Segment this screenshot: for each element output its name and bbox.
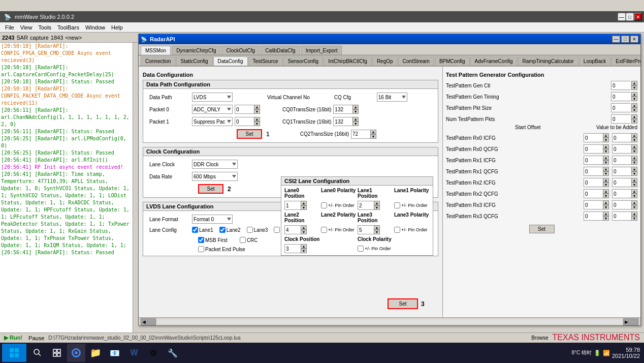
subtab-regop[interactable]: RegOp — [372, 56, 398, 66]
tp-rx-up2-4[interactable]: ▲ — [631, 178, 637, 183]
packet0-down-btn[interactable]: ▼ — [254, 109, 260, 114]
lane0-pos-up[interactable]: ▲ — [301, 201, 307, 205]
tp-down-1[interactable]: ▼ — [631, 97, 637, 101]
lane0-pos-spinner[interactable]: ▲ ▼ — [284, 201, 320, 210]
tp-rx-spinner2-3[interactable]: ▲ ▼ — [612, 167, 637, 176]
test-pattern-set-btn[interactable]: Set — [529, 225, 555, 233]
tp-rx-v1-0[interactable] — [584, 133, 603, 142]
clock-pos-spinner[interactable]: ▲ ▼ — [284, 244, 357, 253]
lane2-pos-up[interactable]: ▲ — [301, 225, 307, 230]
menu-file[interactable]: File — [2, 23, 17, 32]
taskbar-outlook-icon[interactable]: 📧 — [106, 344, 124, 362]
tp-down-0[interactable]: ▼ — [631, 85, 637, 90]
cq2-value[interactable] — [351, 130, 370, 139]
taskbar-taskview-icon[interactable] — [48, 344, 66, 362]
packet0-value[interactable] — [235, 105, 254, 114]
cq1-spinner[interactable]: ▲ ▼ — [333, 117, 359, 126]
tab-import[interactable]: Import_Export — [301, 46, 342, 55]
lane3-pos-down[interactable]: ▼ — [374, 230, 380, 234]
lane2-pol-checkbox[interactable] — [321, 227, 327, 233]
tp-rx-v2-7[interactable] — [612, 211, 631, 221]
tp-spinner-2[interactable]: ▲ ▼ — [611, 103, 637, 112]
lane2-checkbox-label[interactable]: Lane2 — [219, 227, 241, 233]
lane3-checkbox-label[interactable]: Lane3 — [247, 227, 268, 233]
radar-close-btn[interactable]: ✕ — [630, 36, 638, 43]
lane1-pos-spinner[interactable]: ▲ ▼ — [358, 201, 393, 210]
taskbar-search-icon[interactable] — [28, 344, 47, 362]
tp-spinner-3[interactable]: ▲ ▼ — [611, 114, 637, 124]
lane1-checkbox[interactable] — [192, 227, 198, 233]
menu-toolbars[interactable]: ToolBars — [54, 23, 82, 32]
subtab-bpmconfig[interactable]: BPMConfig — [435, 56, 470, 66]
tp-rx-v1-7[interactable] — [584, 211, 603, 221]
tab-dynamicchirp[interactable]: DynamicChirpCfg — [172, 46, 220, 55]
tp-rx-spinner1-4[interactable]: ▲ ▼ — [584, 178, 609, 187]
data-rate-select[interactable]: 600 Mbps 900 Mbps 1200 Mbps — [192, 172, 238, 181]
tp-rx-spinner1-6[interactable]: ▲ ▼ — [584, 200, 609, 209]
tp-rx-up1-6[interactable]: ▲ — [603, 200, 609, 205]
tp-up-2[interactable]: ▲ — [631, 103, 637, 108]
tp-rx-spinner1-2[interactable]: ▲ ▼ — [584, 156, 609, 165]
tp-up-3[interactable]: ▲ — [631, 114, 637, 119]
lane2-checkbox[interactable] — [219, 227, 226, 233]
tp-rx-v2-4[interactable] — [612, 178, 631, 187]
tp-up-1[interactable]: ▲ — [631, 92, 637, 97]
set1-button[interactable]: Set — [237, 129, 262, 139]
tp-rx-v2-6[interactable] — [612, 200, 631, 209]
clock-pol-label[interactable]: +/- Pin Order — [358, 246, 430, 252]
tp-rx-down1-5[interactable]: ▼ — [603, 194, 609, 198]
tp-rx-down1-2[interactable]: ▼ — [603, 160, 609, 165]
tp-rx-down2-2[interactable]: ▼ — [631, 160, 637, 165]
subtab-contstream[interactable]: ContStream — [398, 56, 434, 66]
scroll-left-btn[interactable]: ◄ — [141, 318, 156, 325]
tp-rx-down1-3[interactable]: ▼ — [603, 171, 609, 176]
tp-rx-spinner1-1[interactable]: ▲ ▼ — [584, 144, 609, 154]
tp-rx-down2-6[interactable]: ▼ — [631, 205, 637, 209]
tp-rx-up1-3[interactable]: ▲ — [603, 167, 609, 171]
clock-pol-checkbox[interactable] — [358, 246, 364, 252]
tp-rx-up2-5[interactable]: ▲ — [631, 189, 637, 194]
lane1-checkbox-label[interactable]: Lane1 — [192, 227, 213, 233]
tp-spinner-0[interactable]: ▲ ▼ — [611, 81, 637, 90]
tp-value-0[interactable] — [611, 81, 630, 90]
tp-rx-v1-6[interactable] — [584, 200, 603, 209]
subtab-intchirp[interactable]: IntChirpBlkCtlCfg — [324, 56, 372, 66]
cq-cfg-select[interactable]: 16 Bit 12 Bit — [377, 93, 407, 102]
lane1-pos-down[interactable]: ▼ — [374, 205, 380, 210]
taskbar-chrome-icon[interactable] — [67, 344, 85, 362]
cq0-up-btn[interactable]: ▲ — [352, 105, 359, 109]
cq2-spinner-btns[interactable]: ▲ ▼ — [370, 130, 376, 139]
tp-rx-up1-4[interactable]: ▲ — [603, 178, 609, 183]
tp-rx-up1-2[interactable]: ▲ — [603, 156, 609, 160]
tab-clockout[interactable]: ClockOutCfg — [221, 46, 260, 55]
tp-rx-spinner2-2[interactable]: ▲ ▼ — [612, 156, 637, 165]
tp-up-0[interactable]: ▲ — [631, 81, 637, 85]
msb-first-label[interactable]: MSB First — [198, 237, 228, 243]
tp-rx-down2-3[interactable]: ▼ — [631, 171, 637, 176]
menu-view[interactable]: View — [17, 23, 36, 32]
run-button[interactable]: ▶ Run! — [2, 334, 24, 342]
tp-rx-v1-5[interactable] — [584, 189, 603, 198]
tp-value-1[interactable] — [611, 92, 630, 101]
tp-rx-down1-6[interactable]: ▼ — [603, 205, 609, 209]
subtab-dataconfig[interactable]: DataConfig — [213, 56, 248, 66]
tp-value-2[interactable] — [611, 103, 630, 112]
tp-rx-spinner2-7[interactable]: ▲ ▼ — [612, 211, 637, 221]
set2-button[interactable]: Set — [198, 184, 223, 194]
tp-rx-v1-3[interactable] — [584, 167, 603, 176]
clock-pos-value[interactable] — [284, 244, 301, 253]
tp-rx-up1-1[interactable]: ▲ — [603, 144, 609, 149]
tp-rx-v2-5[interactable] — [612, 189, 631, 198]
packet0-up-btn[interactable]: ▲ — [254, 105, 260, 109]
tp-rx-up1-5[interactable]: ▲ — [603, 189, 609, 194]
tp-rx-spinner1-0[interactable]: ▲ ▼ — [584, 133, 609, 142]
subtab-staticconfig[interactable]: StaticConfig — [176, 56, 213, 66]
lane4-checkbox[interactable] — [274, 227, 280, 233]
lane-clock-select[interactable]: DDR Clock SDR Clock — [192, 160, 238, 169]
lane3-pos-spinner[interactable]: ▲ ▼ — [358, 225, 393, 234]
tp-rx-v1-2[interactable] — [584, 156, 603, 165]
packet0-spinner[interactable]: ▲ ▼ — [235, 105, 260, 114]
tp-rx-spinner1-7[interactable]: ▲ ▼ — [584, 211, 609, 221]
lane3-pol-label[interactable]: +/- Pin Order — [394, 227, 430, 233]
cq1-up-btn[interactable]: ▲ — [352, 117, 359, 122]
